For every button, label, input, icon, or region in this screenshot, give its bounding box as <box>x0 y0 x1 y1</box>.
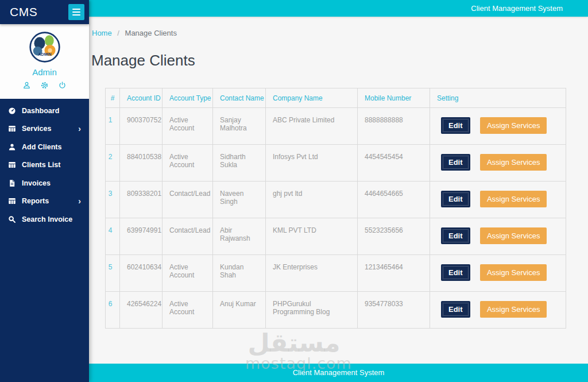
cell-company-name: JK Enterprises <box>266 255 358 292</box>
cell-account-id: 809338201 <box>120 182 163 218</box>
hamburger-icon <box>72 9 80 10</box>
menu-toggle-button[interactable] <box>68 4 84 20</box>
edit-button[interactable]: Edit <box>441 117 470 134</box>
row-number: 3 <box>106 182 120 218</box>
cell-mobile-number: 1213465464 <box>358 255 430 292</box>
sidebar-item-clients-list[interactable]: Clients List <box>0 156 89 175</box>
column-header-number: # <box>106 88 120 108</box>
cell-setting: Edit Assign Services <box>430 108 566 145</box>
cell-mobile-number: 8888888888 <box>358 108 430 145</box>
cell-account-type: Active Account <box>163 255 213 292</box>
cell-account-type: Contact/Lead <box>163 182 213 218</box>
cell-company-name: KML PVT LTD <box>266 218 358 255</box>
admin-avatar: ADMIN <box>29 32 60 63</box>
row-number: 4 <box>106 218 120 255</box>
cell-company-name: ghj pvt ltd <box>266 182 358 218</box>
power-icon[interactable] <box>58 81 67 90</box>
assign-services-button[interactable]: Assign Services <box>480 264 547 281</box>
chevron-right-icon: › <box>78 197 81 205</box>
cell-mobile-number: 5523235656 <box>358 218 430 255</box>
topbar: Client Management System <box>89 0 588 17</box>
sidebar-item-reports[interactable]: Reports › <box>0 192 89 211</box>
cell-contact-name: Abir Rajwansh <box>213 218 266 255</box>
row-number: 1 <box>106 108 120 145</box>
edit-button[interactable]: Edit <box>441 191 470 207</box>
file-icon <box>8 179 16 187</box>
cell-setting: Edit Assign Services <box>430 255 566 292</box>
cell-mobile-number: 4464654665 <box>358 182 430 218</box>
sidebar-item-invoices[interactable]: Invoices <box>0 174 89 192</box>
table-icon <box>8 161 16 169</box>
search-icon <box>8 215 16 223</box>
main-area: Client Management System Home / Manage C… <box>89 0 588 382</box>
column-header-account-id: Account ID <box>120 88 163 108</box>
clients-table: # Account ID Account Type Contact Name C… <box>105 88 566 329</box>
gear-icon[interactable] <box>40 81 49 90</box>
column-header-setting: Setting <box>430 88 566 108</box>
table-row: 5 602410634 Active Account Kundan Shah J… <box>106 255 566 292</box>
cell-company-name: ABC Private Limited <box>266 108 358 145</box>
breadcrumb-current: Manage Clients <box>125 29 177 37</box>
dashboard-icon <box>8 107 16 115</box>
cell-company-name: PHPGurukul Programming Blog <box>266 292 358 329</box>
sidebar-item-services[interactable]: Services › <box>0 120 89 138</box>
sidebar: CMS ADMIN Admin <box>0 0 89 382</box>
row-number: 5 <box>106 255 120 292</box>
user-icon[interactable] <box>22 81 31 90</box>
cell-setting: Edit Assign Services <box>430 145 566 182</box>
clients-table-body: 1 900370752 Active Account Sanjay Malhot… <box>106 108 566 329</box>
column-header-mobile-number: Mobile Number <box>358 88 430 108</box>
table-icon <box>8 197 16 205</box>
table-row: 6 426546224 Active Account Anuj Kumar PH… <box>106 292 566 329</box>
table-row: 3 809338201 Contact/Lead Naveen Singh gh… <box>106 182 566 218</box>
cell-account-id: 639974991 <box>120 218 163 255</box>
chevron-right-icon: › <box>78 125 81 133</box>
cell-mobile-number: 4454545454 <box>358 145 430 182</box>
edit-button[interactable]: Edit <box>441 301 470 318</box>
cell-account-type: Contact/Lead <box>163 218 213 255</box>
table-header-row: # Account ID Account Type Contact Name C… <box>106 88 566 108</box>
sidebar-item-add-clients[interactable]: Add Clients <box>0 138 89 156</box>
cell-account-type: Active Account <box>163 108 213 145</box>
breadcrumb: Home / Manage Clients <box>92 29 588 37</box>
cell-contact-name: Kundan Shah <box>213 255 266 292</box>
column-header-contact-name: Contact Name <box>213 88 266 108</box>
watermark-arabic-text: مستقل <box>245 329 343 358</box>
table-row: 2 884010538 Active Account Sidharth Sukl… <box>106 145 566 182</box>
cell-setting: Edit Assign Services <box>430 292 566 329</box>
cell-account-id: 602410634 <box>120 255 163 292</box>
assign-services-button[interactable]: Assign Services <box>480 301 547 318</box>
cell-mobile-number: 9354778033 <box>358 292 430 329</box>
footer-title: Client Management System <box>293 368 385 377</box>
breadcrumb-home-link[interactable]: Home <box>92 29 112 37</box>
person-icon <box>8 143 16 151</box>
table-row: 1 900370752 Active Account Sanjay Malhot… <box>106 108 566 145</box>
sidebar-menu: Dashboard Services › Add Clients Clients… <box>0 99 89 229</box>
cell-account-id: 900370752 <box>120 108 163 145</box>
cell-contact-name: Sidharth Sukla <box>213 145 266 182</box>
cell-account-id: 426546224 <box>120 292 163 329</box>
edit-button[interactable]: Edit <box>441 264 470 281</box>
assign-services-button[interactable]: Assign Services <box>480 191 547 207</box>
cell-setting: Edit Assign Services <box>430 182 566 218</box>
row-number: 6 <box>106 292 120 329</box>
cell-contact-name: Naveen Singh <box>213 182 266 218</box>
page-title: Manage Clients <box>91 52 588 70</box>
column-header-account-type: Account Type <box>163 88 213 108</box>
cell-account-type: Active Account <box>163 292 213 329</box>
sidebar-item-search-invoice[interactable]: Search Invoice <box>0 210 89 229</box>
footer-bar: Client Management System <box>89 364 588 382</box>
assign-services-button[interactable]: Assign Services <box>480 117 547 134</box>
assign-services-button[interactable]: Assign Services <box>480 154 547 171</box>
table-row: 4 639974991 Contact/Lead Abir Rajwansh K… <box>106 218 566 255</box>
sidebar-item-dashboard[interactable]: Dashboard <box>0 102 89 120</box>
cell-company-name: Infosys Pvt Ltd <box>266 145 358 182</box>
cell-contact-name: Sanjay Malhotra <box>213 108 266 145</box>
row-number: 2 <box>106 145 120 182</box>
edit-button[interactable]: Edit <box>441 227 470 244</box>
table-icon <box>8 125 16 133</box>
brand-logo: CMS <box>10 5 37 19</box>
brand-bar: CMS <box>0 0 89 24</box>
edit-button[interactable]: Edit <box>441 154 470 171</box>
assign-services-button[interactable]: Assign Services <box>480 227 547 244</box>
